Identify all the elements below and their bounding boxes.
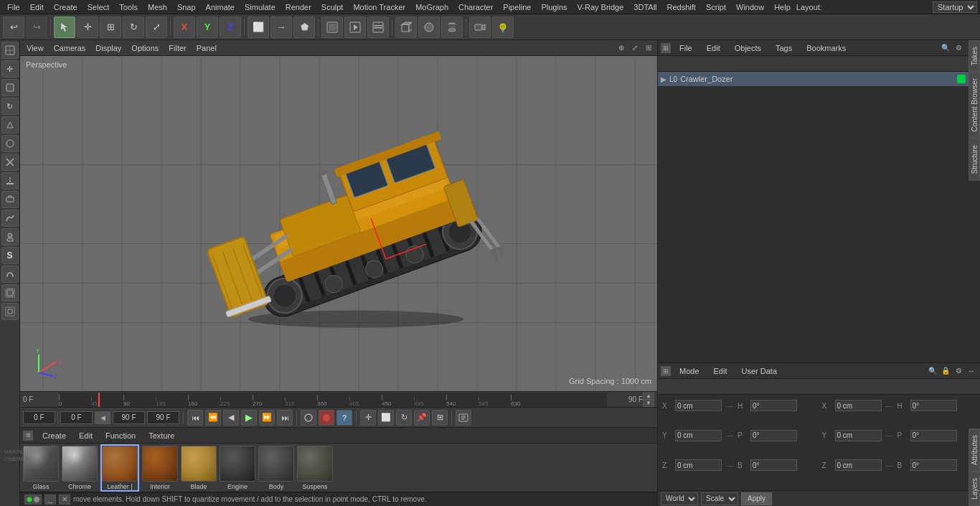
end-frame-input[interactable] — [113, 411, 145, 424]
viewport-menu-filter[interactable]: Filter — [165, 41, 189, 55]
cube-button[interactable] — [395, 17, 417, 38]
attr-z-size-input[interactable] — [835, 459, 882, 471]
material-chrome[interactable]: Chrome — [62, 446, 98, 490]
viewport-menu-panel[interactable]: Panel — [193, 41, 220, 55]
attr-gear-icon[interactable]: ⚙ — [953, 365, 964, 377]
attr-tab-mode[interactable]: Mode — [674, 364, 705, 378]
menu-character[interactable]: Character — [454, 0, 497, 14]
objects-tab-file[interactable]: File — [674, 41, 698, 55]
move-axes-button[interactable]: ✛ — [360, 410, 376, 426]
tab-layers[interactable]: Layers — [969, 472, 980, 506]
menu-script[interactable]: Script — [702, 0, 730, 14]
menu-select[interactable]: Select — [83, 0, 114, 14]
menu-render[interactable]: Render — [281, 0, 316, 14]
poly-mode-button[interactable]: ⬟ — [293, 17, 315, 38]
go-to-end-button[interactable]: ⏭ — [277, 410, 293, 426]
attr-p2-rot-input[interactable] — [910, 430, 957, 441]
axis-x-button[interactable]: X — [174, 17, 195, 38]
left-tool-11[interactable] — [1, 228, 19, 245]
material-leather[interactable]: Leather | — [100, 444, 139, 492]
attr-h2-rot-input[interactable] — [910, 400, 957, 411]
attr-p-rot-input[interactable] — [750, 430, 797, 441]
attr-y-pos-input[interactable] — [675, 430, 722, 441]
play-forward-button[interactable]: ▶ — [241, 410, 257, 426]
left-tool-4[interactable]: ↻ — [1, 98, 19, 115]
menu-file[interactable]: File — [3, 0, 24, 14]
attr-search-icon[interactable]: 🔍 — [927, 365, 938, 377]
tab-attributes[interactable]: Attributes — [969, 428, 980, 472]
viewport-menu-display[interactable]: Display — [92, 41, 125, 55]
menu-create[interactable]: Create — [50, 0, 82, 14]
render-active-button[interactable] — [344, 17, 366, 38]
undo-button[interactable]: ↩ — [3, 17, 24, 38]
light-button[interactable] — [492, 17, 514, 38]
status-minimize[interactable]: _ — [44, 495, 56, 505]
left-tool-10[interactable] — [1, 210, 19, 227]
sphere-button[interactable] — [418, 17, 440, 38]
step-back-button[interactable]: ⏪ — [205, 410, 221, 426]
end-frame-input2[interactable] — [147, 411, 179, 424]
viewport-expand-icon[interactable]: ⊞ — [643, 42, 654, 54]
object-row-crawler[interactable]: ▶ L0 Crawler_Dozer — [658, 72, 980, 86]
record-button[interactable] — [319, 410, 334, 426]
attr-z-pos-input[interactable] — [675, 459, 722, 471]
tab-structure[interactable]: Structure — [969, 139, 980, 181]
help-button[interactable]: ? — [336, 410, 352, 426]
material-body[interactable]: Body — [258, 446, 294, 490]
materials-menu-function[interactable]: Function — [102, 428, 139, 443]
select-tool-button[interactable] — [54, 17, 75, 38]
left-tool-9[interactable] — [1, 191, 19, 208]
viewport-menu-options[interactable]: Options — [128, 41, 162, 55]
status-close[interactable]: ✕ — [59, 495, 70, 505]
objects-gear-icon[interactable]: ⚙ — [953, 42, 964, 54]
left-tool-12[interactable] — [1, 266, 19, 283]
menu-vray[interactable]: V-Ray Bridge — [573, 0, 628, 14]
camera-button[interactable] — [469, 17, 491, 38]
left-tool-s[interactable]: S — [1, 247, 19, 264]
status-icon-1[interactable] — [24, 495, 42, 505]
attr-x-pos-input[interactable] — [675, 400, 722, 411]
attr-x-size-input[interactable] — [835, 400, 882, 411]
menu-window[interactable]: Window — [732, 0, 768, 14]
material-engine[interactable]: Engine — [220, 446, 255, 490]
left-tool-5[interactable] — [1, 116, 19, 133]
menu-snap[interactable]: Snap — [173, 0, 200, 14]
attr-lock-icon[interactable]: 🔒 — [940, 365, 951, 377]
menu-edit[interactable]: Edit — [26, 0, 48, 14]
world-dropdown[interactable]: World — [661, 492, 698, 505]
current-frame-input[interactable] — [23, 411, 55, 424]
material-blade[interactable]: Blade — [181, 446, 217, 490]
tab-content-browser[interactable]: Content Browser — [969, 72, 980, 138]
menu-plugins[interactable]: Plugins — [537, 0, 571, 14]
timeline-playhead[interactable] — [98, 393, 100, 407]
objects-tab-bookmarks[interactable]: Bookmarks — [801, 41, 852, 55]
attr-y-size-input[interactable] — [835, 430, 882, 441]
apply-button[interactable]: Apply — [741, 492, 772, 505]
layout-select[interactable]: Startup — [933, 1, 977, 13]
play-back-button[interactable]: ◀ — [223, 410, 239, 426]
viewport-menu-cameras[interactable]: Cameras — [50, 41, 90, 55]
menu-help[interactable]: Help — [770, 0, 795, 14]
scale-dropdown[interactable]: Scale — [701, 492, 738, 505]
viewport-lock-icon[interactable]: ⊕ — [616, 42, 627, 54]
objects-search-icon[interactable]: 🔍 — [940, 42, 951, 54]
axis-y-button[interactable]: Y — [197, 17, 218, 38]
object-row-expand-icon[interactable]: ▶ — [661, 75, 666, 83]
timeline-area[interactable]: 0 F 0 45 90 135 180 225 270 315 360 — [20, 391, 657, 407]
objects-tab-objects[interactable]: Objects — [729, 41, 767, 55]
tab-takes[interactable]: Takes — [969, 40, 980, 72]
attr-b2-rot-input[interactable] — [910, 459, 957, 471]
menu-redshift[interactable]: Redshift — [663, 0, 700, 14]
menu-pipeline[interactable]: Pipeline — [499, 0, 535, 14]
viewport-menu-view[interactable]: View — [23, 41, 47, 55]
render-view-button[interactable] — [321, 17, 343, 38]
loop-button[interactable] — [301, 410, 316, 426]
move-tool-button[interactable]: ✛ — [77, 17, 98, 38]
arrow-left[interactable]: ◀ — [95, 411, 110, 424]
viewport-3d[interactable]: Perspective — [20, 56, 657, 391]
step-forward-button[interactable]: ⏩ — [259, 410, 275, 426]
left-tool-3[interactable] — [1, 79, 19, 96]
transform-button[interactable]: ⤢ — [146, 17, 167, 38]
scale-box-button[interactable]: ⬜ — [378, 410, 394, 426]
left-tool-13[interactable] — [1, 284, 19, 301]
